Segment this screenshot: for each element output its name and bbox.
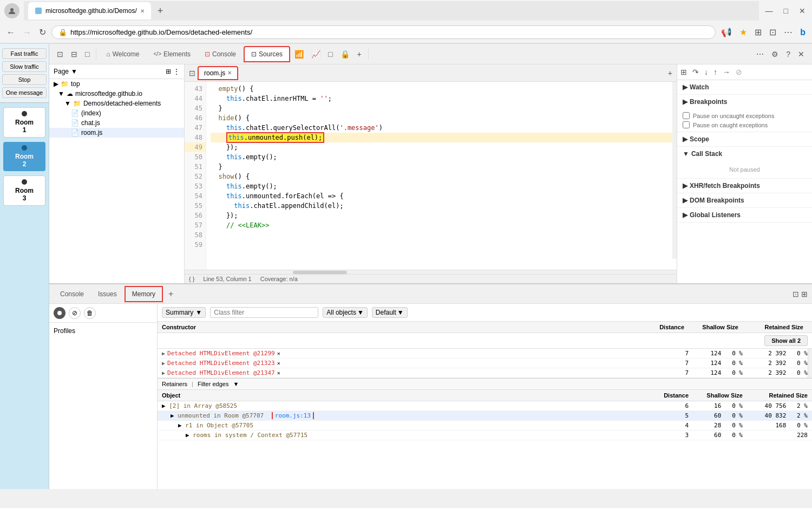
xhr-header[interactable]: ▶ XHR/fetch Breakpoints <box>677 179 812 193</box>
scope-header[interactable]: ▶ Scope <box>677 132 812 146</box>
close-devtools-button[interactable]: ✕ <box>795 49 808 60</box>
new-file-button[interactable]: ⊞ <box>166 68 171 75</box>
deactivate-button[interactable]: ⊘ <box>734 66 744 79</box>
delete-button[interactable]: 🗑 <box>84 307 96 319</box>
step-out-button[interactable]: ↑ <box>711 66 719 79</box>
pause-uncaught-checkbox[interactable] <box>683 112 690 119</box>
editor-tab-close[interactable]: ✕ <box>227 70 232 76</box>
tree-item-demos[interactable]: ▼ 📁 Demos/detached-elements <box>49 99 184 108</box>
retainer-4-arrow[interactable]: ▶ <box>162 432 189 439</box>
close-button[interactable]: ✕ <box>797 4 808 17</box>
tab-memory[interactable]: Memory <box>125 286 163 302</box>
room-1-button[interactable]: Room1 <box>3 107 45 138</box>
row-3-expand[interactable]: ▶ <box>162 370 165 376</box>
dom-breakpoints-header[interactable]: ▶ DOM Breakpoints <box>677 193 812 207</box>
retainer-2-link[interactable]: room.js:13 <box>272 412 314 419</box>
undock-button[interactable]: ⊡ <box>793 290 799 298</box>
vertical-scrollbar[interactable] <box>672 82 677 259</box>
tree-item-host[interactable]: ▼ ☁ microsoftedge.github.io <box>49 89 184 99</box>
row-1-expand[interactable]: ▶ <box>162 350 165 356</box>
tree-item-room[interactable]: 📄 room.js <box>49 128 184 138</box>
retainer-row-1[interactable]: ▶ [2] in Array @58525 6 16 0 % 40 756 2 … <box>158 401 812 411</box>
address-bar[interactable]: 🔒 <box>51 25 716 39</box>
table-scrollbar[interactable] <box>808 349 812 378</box>
one-message-button[interactable]: One message <box>2 87 47 98</box>
tree-item-chat[interactable]: 📄 chat.js <box>49 118 184 128</box>
favorites-button[interactable]: ★ <box>737 25 749 40</box>
maximize-button[interactable]: ⊞ <box>801 290 808 298</box>
refresh-button[interactable]: ↻ <box>37 25 48 40</box>
tree-item-index[interactable]: 📄 (index) <box>49 108 184 118</box>
tab-console[interactable]: ⊡ Console <box>198 47 243 61</box>
inspect-element-button[interactable]: ⊡ <box>54 49 67 60</box>
add-panel-button[interactable]: + <box>354 49 365 60</box>
add-bottom-tab-button[interactable]: + <box>164 288 178 300</box>
columns-button[interactable]: ⊞ <box>678 66 689 79</box>
restore-button[interactable]: □ <box>782 4 790 17</box>
stop-button[interactable]: Stop <box>2 74 47 85</box>
tab-console-bottom[interactable]: Console <box>54 287 90 301</box>
breakpoints-header[interactable]: ▶ Breakpoints <box>677 95 812 109</box>
url-input[interactable] <box>70 28 709 36</box>
summary-select[interactable]: Summary ▼ <box>162 307 206 318</box>
retainer-row-3[interactable]: ▶ r1 in Object @57705 4 28 0 % 168 0 % <box>158 421 812 431</box>
row-2-expand[interactable]: ▶ <box>162 360 165 366</box>
heap-row-3[interactable]: ▶ Detached HTMLDivElement @21347 ✕ 7 124… <box>158 368 812 378</box>
retainer-3-arrow[interactable]: ▶ <box>162 422 182 429</box>
heap-row-1[interactable]: ▶ Detached HTMLDivElement @21299 ✕ 7 124… <box>158 349 812 359</box>
class-filter-input[interactable] <box>210 307 318 318</box>
tab-close-button[interactable]: ✕ <box>140 8 145 14</box>
tab-welcome[interactable]: ⌂ Welcome <box>100 47 146 61</box>
help-button[interactable]: ? <box>783 49 794 60</box>
global-listeners-header[interactable]: ▶ Global Listeners <box>677 208 812 222</box>
show-all-button[interactable]: Show all 2 <box>764 335 808 346</box>
watch-header[interactable]: ▶ Watch <box>677 80 812 94</box>
settings-button[interactable]: ⚙ <box>768 49 782 60</box>
copilot-button[interactable]: b <box>798 25 808 40</box>
call-stack-header[interactable]: ▼ Call Stack <box>677 147 812 161</box>
security-button[interactable]: 🔒 <box>337 49 353 60</box>
read-aloud-button[interactable]: 📢 <box>719 25 734 40</box>
tree-item-top[interactable]: ▶ 📁 top <box>49 79 184 89</box>
tab-issues[interactable]: Issues <box>91 287 123 301</box>
room-3-button[interactable]: Room3 <box>3 175 45 206</box>
tab-elements[interactable]: </> Elements <box>147 47 198 61</box>
horizontal-scrollbar[interactable] <box>185 270 677 274</box>
room-2-button[interactable]: Room2 <box>3 142 45 171</box>
network-button[interactable]: 📶 <box>291 49 307 60</box>
more-panels-button[interactable]: ⋯ <box>753 49 767 60</box>
heap-row-2[interactable]: ▶ Detached HTMLDivElement @21323 ✕ 7 124… <box>158 359 812 368</box>
split-screen-button[interactable]: ⊞ <box>752 25 764 40</box>
retainer-2-arrow[interactable]: ▶ <box>162 412 174 419</box>
fast-traffic-button[interactable]: Fast traffic <box>2 48 47 59</box>
retainer-1-arrow[interactable]: ▶ <box>162 402 166 409</box>
step-into-button[interactable]: ↓ <box>702 66 710 79</box>
step-over-button[interactable]: ↷ <box>690 66 701 79</box>
add-tab-button[interactable]: + <box>668 69 672 77</box>
record-button[interactable] <box>54 307 66 319</box>
application-button[interactable]: □ <box>325 49 336 60</box>
more-options-button[interactable]: ⋮ <box>173 68 180 75</box>
browser-tab[interactable]: microsoftedge.github.io/Demos/ ✕ <box>28 2 151 19</box>
minimize-button[interactable]: — <box>763 4 775 17</box>
retainer-row-2[interactable]: ▶ unmounted in Room @57707 room.js:13 5 … <box>158 411 812 421</box>
page-dropdown[interactable]: Page ▼ <box>54 68 77 75</box>
step-button[interactable]: → <box>721 66 732 79</box>
forward-button[interactable]: → <box>21 25 34 40</box>
drawer-toggle-button[interactable]: □ <box>82 49 93 60</box>
toggle-sidebar-button[interactable]: ⊡ <box>189 69 195 77</box>
new-tab-button[interactable]: + <box>153 3 168 19</box>
performance-button[interactable]: 📈 <box>308 49 324 60</box>
device-toggle-button[interactable]: ⊟ <box>68 49 81 60</box>
pause-caught-checkbox[interactable] <box>683 121 690 128</box>
back-button[interactable]: ← <box>4 25 17 40</box>
more-button[interactable]: ⋯ <box>782 25 795 40</box>
default-select[interactable]: Default ▼ <box>372 307 408 318</box>
tab-sources[interactable]: ⊡ Sources <box>244 46 290 62</box>
editor-tab-room-js[interactable]: room.js ✕ <box>198 66 238 80</box>
retainer-row-4[interactable]: ▶ rooms in system / Context @57715 3 60 … <box>158 431 812 440</box>
collections-button[interactable]: ⊡ <box>767 25 778 40</box>
slow-traffic-button[interactable]: Slow traffic <box>2 61 47 72</box>
clear-button[interactable]: ⊘ <box>69 307 81 319</box>
all-objects-select[interactable]: All objects ▼ <box>323 307 368 318</box>
